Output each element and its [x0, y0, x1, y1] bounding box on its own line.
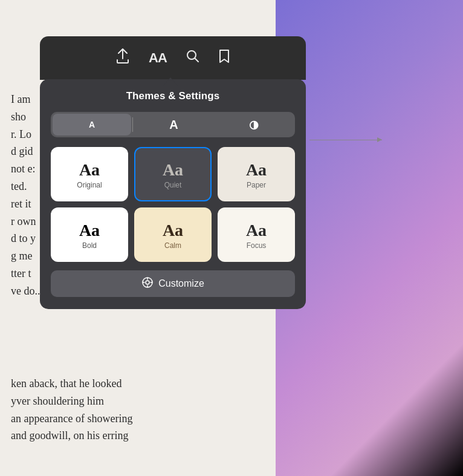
svg-line-1 — [195, 59, 198, 62]
theme-original[interactable]: Aa Original — [51, 147, 128, 201]
customize-icon — [141, 276, 154, 292]
theme-bold-label: Bold — [82, 241, 97, 250]
search-icon[interactable] — [186, 50, 199, 67]
popup-title: Themes & Settings — [51, 90, 295, 102]
share-icon[interactable] — [116, 48, 129, 68]
annotation-arrow-line — [309, 140, 382, 140]
popup-arrow — [163, 77, 178, 86]
toolbar: AA — [40, 36, 306, 80]
seg-divider — [132, 117, 133, 132]
theme-original-aa: Aa — [79, 161, 100, 178]
theme-paper-aa: Aa — [246, 161, 267, 178]
segmented-control: A A ◑ — [51, 112, 295, 137]
theme-calm-aa: Aa — [163, 222, 183, 239]
customize-button[interactable]: Customize — [51, 270, 295, 297]
contrast-button[interactable]: ◑ — [215, 114, 293, 135]
font-small-button[interactable]: A — [53, 114, 131, 135]
theme-grid: Aa Original Aa Quiet Aa Paper Aa Bold Aa… — [51, 147, 295, 262]
theme-calm[interactable]: Aa Calm — [134, 207, 212, 262]
theme-focus-aa: Aa — [246, 222, 267, 239]
theme-quiet-label: Quiet — [164, 181, 182, 189]
theme-bold[interactable]: Aa Bold — [51, 207, 128, 262]
bookmark-icon[interactable] — [219, 49, 230, 67]
theme-original-label: Original — [77, 181, 102, 189]
theme-calm-label: Calm — [164, 241, 181, 250]
reader-text-bottom: ken aback, that he looked yver shoulderi… — [0, 369, 230, 451]
theme-focus-label: Focus — [247, 241, 267, 250]
themes-settings-popup: Themes & Settings A A ◑ Aa Original Aa Q… — [40, 79, 306, 309]
theme-paper[interactable]: Aa Paper — [218, 147, 295, 201]
theme-paper-label: Paper — [247, 181, 266, 189]
theme-quiet[interactable]: Aa Quiet — [134, 147, 212, 201]
font-size-icon[interactable]: AA — [149, 50, 167, 66]
font-large-button[interactable]: A — [134, 114, 213, 135]
theme-bold-aa: Aa — [79, 222, 100, 239]
customize-label: Customize — [158, 278, 204, 289]
svg-point-3 — [146, 281, 149, 284]
theme-focus[interactable]: Aa Focus — [218, 207, 295, 262]
theme-quiet-aa: Aa — [163, 161, 183, 178]
